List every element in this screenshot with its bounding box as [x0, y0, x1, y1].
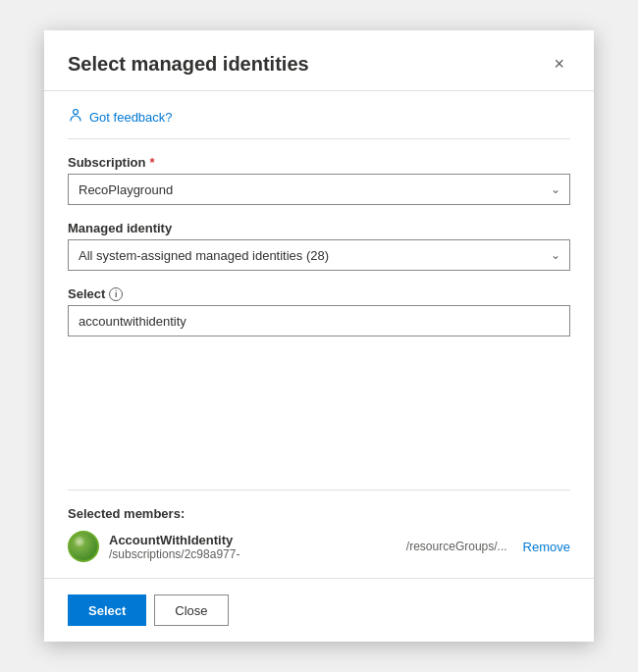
close-icon: ×	[554, 54, 564, 75]
dialog: Select managed identities × Got feedback…	[44, 30, 594, 642]
managed-identity-group: Managed identity All system-assigned man…	[68, 221, 570, 271]
close-button[interactable]: Close	[154, 594, 228, 626]
subscription-select[interactable]: RecoPlayground	[68, 174, 570, 205]
managed-identity-select[interactable]: All system-assigned managed identities (…	[68, 239, 570, 271]
select-info-icon: i	[109, 287, 123, 301]
selected-members-section: Selected members: AccountWithIdentity /s…	[68, 490, 570, 562]
feedback-row: Got feedback?	[68, 107, 570, 139]
select-input-group: Select i	[68, 286, 570, 336]
dialog-header: Select managed identities ×	[44, 30, 594, 91]
required-indicator: *	[149, 155, 154, 170]
dialog-body: Got feedback? Subscription * RecoPlaygro…	[44, 91, 594, 578]
member-right: /resourceGroups/... Remove	[406, 540, 570, 554]
dialog-footer: Select Close	[44, 578, 594, 642]
subscription-select-wrapper: RecoPlayground ⌄	[68, 174, 570, 205]
member-row: AccountWithIdentity /subscriptions/2c98a…	[68, 531, 570, 562]
selected-members-label: Selected members:	[68, 506, 570, 521]
subscription-group: Subscription * RecoPlayground ⌄	[68, 155, 570, 205]
svg-point-0	[74, 110, 79, 115]
select-input-label: Select i	[68, 286, 570, 301]
select-input[interactable]	[68, 305, 570, 336]
feedback-link[interactable]: Got feedback?	[89, 110, 173, 125]
member-name: AccountWithIdentity	[109, 533, 397, 547]
select-button[interactable]: Select	[68, 594, 146, 626]
member-resource: /resourceGroups/...	[406, 540, 507, 553]
empty-results-area	[68, 352, 570, 470]
managed-identity-label: Managed identity	[68, 221, 570, 235]
member-info: AccountWithIdentity /subscriptions/2c98a…	[109, 533, 397, 561]
close-icon-button[interactable]: ×	[548, 50, 570, 78]
managed-identity-select-wrapper: All system-assigned managed identities (…	[68, 239, 570, 271]
dialog-title: Select managed identities	[68, 53, 309, 76]
subscription-label: Subscription *	[68, 155, 570, 170]
feedback-icon	[68, 107, 83, 127]
member-avatar	[68, 531, 99, 562]
member-path: /subscriptions/2c98a977-	[109, 547, 397, 561]
remove-link[interactable]: Remove	[523, 540, 570, 554]
